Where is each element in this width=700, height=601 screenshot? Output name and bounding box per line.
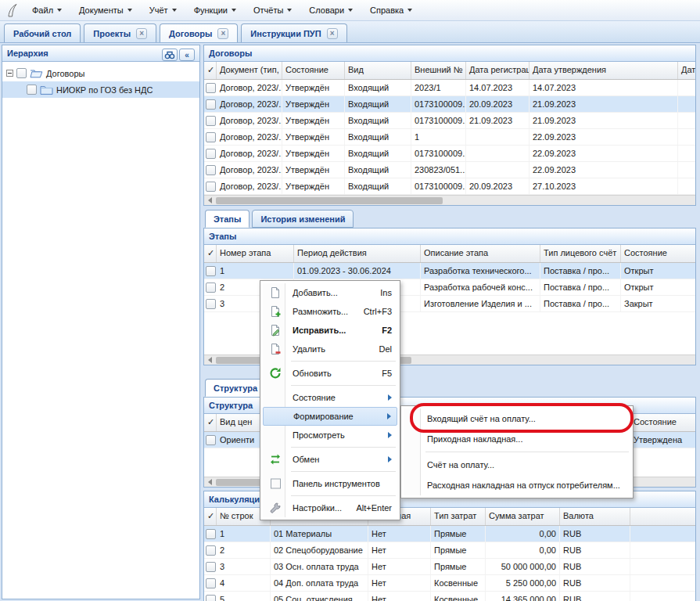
contracts-panel: Договоры ✓Документ (тип, №СостояниеВидВн…	[203, 45, 696, 206]
column-header[interactable]: ✓	[204, 245, 217, 262]
column-header[interactable]: Тип лицевого счёт	[540, 245, 621, 262]
column-header[interactable]: Дата	[678, 62, 695, 79]
menu-item-3[interactable]: УдалитьDel	[263, 340, 397, 358]
row-checkbox[interactable]	[206, 83, 216, 93]
row-checkbox[interactable]	[206, 435, 216, 445]
close-icon[interactable]: ×	[217, 28, 228, 39]
cell	[663, 526, 696, 542]
table-row[interactable]: 303 Осн. оплата трудаНетПрямые50 000 000…	[204, 559, 695, 575]
menu-item-0[interactable]: Входящий счёт на оплату...	[404, 408, 630, 429]
column-header[interactable]: Тип затрат	[431, 508, 486, 525]
tab-Этапы[interactable]: Этапы	[205, 210, 249, 228]
column-header[interactable]: Дата утверждения	[529, 62, 678, 79]
menu-item-2[interactable]: Исправить...F2	[263, 321, 397, 340]
menubar-item-Документы[interactable]: Документы	[70, 0, 141, 20]
column-header[interactable]: Дата регистрации	[466, 62, 529, 79]
collapse-panel-button[interactable]: «	[179, 49, 195, 61]
menu-item-8[interactable]: Формирование	[263, 407, 397, 426]
row-checkbox[interactable]	[206, 595, 216, 601]
table-row[interactable]: Договор, 2023/...УтверждёнВходящий017310…	[204, 96, 695, 113]
menubar-item-Файл[interactable]: Файл	[23, 0, 70, 20]
grid-header: ✓Номер этапаПериод действияОписание этап…	[204, 245, 695, 263]
row-checkbox[interactable]	[206, 182, 216, 192]
tree-node-label: НИОКР по ГОЗ без НДС	[56, 85, 153, 95]
cell	[678, 96, 695, 112]
close-icon[interactable]: ×	[327, 28, 338, 39]
cell: RUB	[560, 592, 630, 601]
menubar-item-Справка[interactable]: Справка	[361, 0, 421, 20]
row-checkbox[interactable]	[206, 562, 216, 572]
tab-Проекты[interactable]: Проекты×	[84, 23, 156, 42]
menubar-item-Отчёты[interactable]: Отчёты	[245, 0, 300, 20]
table-row[interactable]: 101.09.2023 - 30.06.2024Разработка техни…	[204, 263, 695, 279]
column-header[interactable]: ✓	[204, 62, 217, 79]
scroll-left-icon	[208, 357, 212, 363]
column-header[interactable]: Вид	[345, 62, 411, 79]
menu-item-0[interactable]: Добавить...Ins	[263, 283, 397, 302]
contracts-hscrollbar[interactable]	[204, 195, 695, 205]
menu-item-9[interactable]: Просмотреть	[263, 426, 397, 444]
tree-expander-icon[interactable]	[6, 70, 13, 77]
table-row[interactable]: Договор, 2023/...УтверждёнВходящий122.09…	[204, 129, 695, 146]
cell: Договор, 2023/...	[217, 129, 282, 145]
close-icon[interactable]: ×	[136, 28, 147, 39]
menubar-item-Функции[interactable]: Функции	[185, 0, 245, 20]
menu-item-5[interactable]: ОбновитьF5	[263, 364, 397, 383]
table-row[interactable]: 505 Соц. отчисленияНетКосвенные14 365 00…	[204, 592, 695, 601]
column-header[interactable]: Сумма затрат	[486, 508, 560, 525]
cell: Открыт	[621, 279, 695, 295]
menubar-item-Словари[interactable]: Словари	[300, 0, 361, 20]
row-checkbox[interactable]	[206, 165, 216, 175]
row-checkbox[interactable]	[206, 529, 216, 539]
column-header[interactable]: Период действия	[294, 245, 421, 262]
table-row[interactable]: Договор, 2023/...УтверждёнВходящий017310…	[204, 113, 695, 129]
menu-item-4[interactable]: Расходная накладная на отпуск потребител…	[404, 475, 630, 495]
tab-История изменений[interactable]: История изменений	[252, 210, 354, 228]
tree-node-Договоры[interactable]: Договоры	[2, 65, 199, 81]
menu-item-13[interactable]: Панель инструментов	[263, 474, 397, 493]
column-header[interactable]: Состояние	[282, 62, 345, 79]
menu-item-1[interactable]: Приходная накладная...	[404, 429, 630, 449]
menu-item-7[interactable]: Состояние	[263, 388, 397, 407]
tab-Рабочий стол[interactable]: Рабочий стол	[4, 23, 81, 42]
scroll-thumb[interactable]	[216, 197, 443, 204]
tab-structure[interactable]: Структура	[205, 379, 266, 397]
table-row[interactable]: Договор, 2023/...УтверждёнВходящий017310…	[204, 146, 695, 162]
menubar-item-Учёт[interactable]: Учёт	[141, 0, 185, 20]
table-row[interactable]: Договор, 2023/...УтверждёнВходящий230823…	[204, 162, 695, 178]
table-row[interactable]: 404 Доп. оплата трудаНетКосвенные5 250 0…	[204, 575, 695, 592]
row-checkbox[interactable]	[206, 283, 216, 293]
column-header[interactable]: Внешний №	[411, 62, 466, 79]
column-check[interactable]: ✓	[204, 414, 217, 431]
menu-item-3[interactable]: Счёт на оплату...	[404, 455, 630, 475]
menu-item-1[interactable]: Размножить...Ctrl+F3	[263, 302, 397, 321]
column-header[interactable]: Состояние	[621, 245, 695, 262]
menu-item-11[interactable]: Обмен	[263, 450, 397, 469]
column-header[interactable]: Описание этапа	[421, 245, 540, 262]
row-checkbox[interactable]	[206, 578, 216, 588]
column-header[interactable]: Номер этапа	[217, 245, 294, 262]
tree-checkbox[interactable]	[27, 85, 37, 95]
column-header[interactable]: Валюта	[560, 508, 630, 525]
tab-Договоры[interactable]: Договоры×	[160, 23, 238, 42]
tree-checkbox[interactable]	[16, 68, 27, 78]
table-row[interactable]: 101 МатериалыНетПрямые0,00RUB	[204, 526, 695, 542]
row-checkbox[interactable]	[206, 299, 216, 309]
row-checkbox[interactable]	[206, 266, 216, 276]
tab-Инструкции ПУП[interactable]: Инструкции ПУП×	[241, 23, 346, 42]
search-binoculars-button[interactable]	[162, 49, 178, 61]
table-row[interactable]: Договор, 2023/...УтверждёнВходящий017310…	[204, 178, 695, 195]
column-header[interactable]: ✓	[204, 508, 217, 525]
row-checkbox[interactable]	[206, 132, 216, 142]
table-row[interactable]: 202 СпецоборудованиеНетПрямые0,00RUB	[204, 542, 695, 559]
column-header[interactable]: Документ (тип, №	[217, 62, 282, 79]
row-checkbox[interactable]	[206, 99, 216, 110]
menu-item-15[interactable]: Настройки...Alt+Enter	[263, 498, 397, 517]
column-header[interactable]	[630, 508, 695, 525]
table-row[interactable]: Договор, 2023/...УтверждёнВходящий2023/1…	[204, 80, 695, 96]
column-state[interactable]: Состояние	[630, 414, 695, 431]
row-checkbox[interactable]	[206, 149, 216, 159]
row-checkbox[interactable]	[206, 545, 216, 556]
row-checkbox[interactable]	[206, 116, 216, 126]
tree-node-НИОКР по ГОЗ без НДС[interactable]: НИОКР по ГОЗ без НДС	[2, 81, 199, 98]
